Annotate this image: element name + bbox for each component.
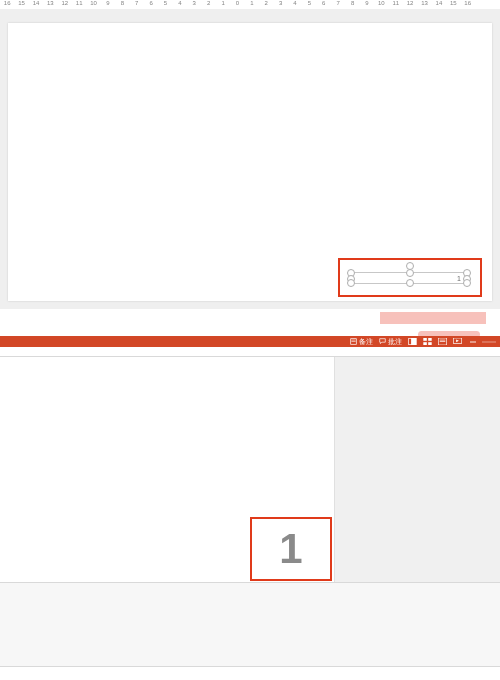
annotation-strip — [380, 312, 486, 324]
preview-page-number-value: 1 — [279, 525, 302, 573]
ruler-tick: 13 — [43, 0, 57, 6]
ruler-tick: 2 — [259, 0, 273, 6]
comments-icon — [379, 338, 386, 345]
status-bar: 备注 批注 — [0, 336, 500, 347]
ruler-tick: 2 — [201, 0, 215, 6]
page-number-placeholder[interactable]: 1 — [350, 272, 468, 284]
ruler-tick: 10 — [86, 0, 100, 6]
ruler-tick: 13 — [417, 0, 431, 6]
ruler-tick: 9 — [101, 0, 115, 6]
preview-area: 1 — [0, 347, 500, 680]
preview-side-panel — [335, 357, 500, 582]
ruler-tick: 5 — [302, 0, 316, 6]
svg-rect-7 — [423, 342, 427, 345]
area-divider-bottom — [0, 666, 500, 667]
view-normal-button[interactable] — [408, 338, 417, 345]
notes-icon — [350, 338, 357, 345]
ruler-tick: 3 — [273, 0, 287, 6]
ruler-tick: 5 — [158, 0, 172, 6]
ruler-tick: 3 — [187, 0, 201, 6]
page-number-value: 1 — [457, 275, 461, 282]
comments-button[interactable]: 批注 — [379, 337, 402, 347]
svg-rect-6 — [428, 338, 432, 341]
preview-page-number-highlight: 1 — [250, 517, 332, 581]
ruler-tick: 16 — [461, 0, 475, 6]
ruler-tick: 6 — [144, 0, 158, 6]
svg-rect-5 — [423, 338, 427, 341]
ruler-tick: 10 — [374, 0, 388, 6]
svg-marker-13 — [456, 339, 459, 342]
zoom-slider[interactable] — [482, 339, 496, 345]
view-slideshow-button[interactable] — [453, 338, 462, 345]
horizontal-ruler: 1615141312111098765432101234567891011121… — [0, 0, 500, 9]
ruler-tick: 15 — [446, 0, 460, 6]
ruler-tick: 12 — [58, 0, 72, 6]
ruler-tick: 11 — [389, 0, 403, 6]
resize-handle-se[interactable] — [463, 279, 471, 287]
comments-label: 批注 — [388, 337, 402, 347]
svg-rect-8 — [428, 342, 432, 345]
ruler-tick: 4 — [173, 0, 187, 6]
preview-slide[interactable]: 1 — [0, 357, 335, 582]
ruler-tick: 14 — [432, 0, 446, 6]
ruler-tick: 15 — [14, 0, 28, 6]
slide-editor[interactable]: 1 — [8, 23, 492, 301]
ruler-tick: 8 — [345, 0, 359, 6]
notes-label: 备注 — [359, 337, 373, 347]
ruler-tick: 7 — [331, 0, 345, 6]
ruler-tick: 6 — [317, 0, 331, 6]
view-reading-button[interactable] — [438, 338, 447, 345]
ruler-tick: 1 — [245, 0, 259, 6]
ruler-tick: 7 — [130, 0, 144, 6]
slide-canvas-area: 1 — [0, 9, 500, 317]
ruler-tick: 4 — [288, 0, 302, 6]
svg-rect-4 — [409, 339, 411, 345]
ruler-tick: 9 — [360, 0, 374, 6]
ruler-tick: 14 — [29, 0, 43, 6]
view-sorter-button[interactable] — [423, 338, 432, 345]
ruler-tick: 16 — [0, 0, 14, 6]
resize-handle-sw[interactable] — [347, 279, 355, 287]
resize-handle-n[interactable] — [406, 269, 414, 277]
ruler-tick: 0 — [230, 0, 244, 6]
ruler-tick: 12 — [403, 0, 417, 6]
zoom-out-button[interactable] — [470, 339, 476, 345]
ruler-tick: 11 — [72, 0, 86, 6]
ruler-tick: 1 — [216, 0, 230, 6]
notes-panel[interactable] — [0, 583, 500, 666]
resize-handle-s[interactable] — [406, 279, 414, 287]
ruler-tick: 8 — [115, 0, 129, 6]
notes-button[interactable]: 备注 — [350, 337, 373, 347]
